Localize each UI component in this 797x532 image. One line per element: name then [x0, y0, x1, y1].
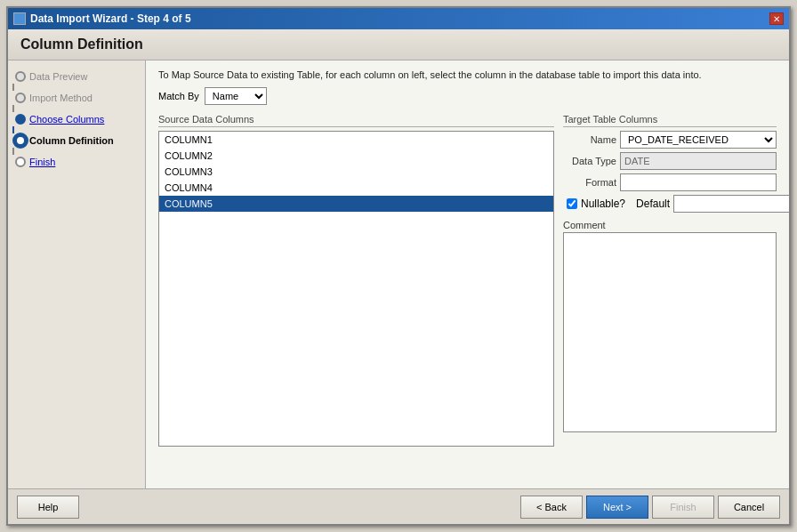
cancel-button[interactable]: Cancel [718, 496, 780, 519]
target-fields: Name PO_DATE_RECEIVED Data Type [563, 131, 777, 435]
comment-section: Comment [563, 220, 777, 435]
match-by-label: Match By [158, 91, 199, 101]
connector4 [12, 148, 14, 155]
list-item-selected[interactable]: COLUMN5 [159, 196, 553, 212]
source-section: Source Data Columns COLUMN1 COLUMN2 COLU… [158, 114, 554, 447]
nav-buttons: < Back Next > Finish Cancel [520, 496, 780, 519]
app-icon [13, 12, 26, 25]
main-content: To Map Source Data to existing Table, fo… [146, 60, 789, 488]
step-circle-choose-columns [15, 114, 26, 125]
content-area: Data Preview Import Method Choose Column… [8, 60, 789, 488]
step-circle-import-method [15, 93, 26, 103]
match-by-select[interactable]: Name Position [205, 87, 267, 105]
wizard-window: Data Import Wizard - Step 4 of 5 ✕ Colum… [6, 6, 791, 526]
name-select[interactable]: PO_DATE_RECEIVED [620, 131, 777, 149]
sidebar: Data Preview Import Method Choose Column… [8, 60, 146, 488]
comment-textarea[interactable] [563, 232, 777, 432]
finish-button[interactable]: Finish [652, 496, 714, 519]
data-type-field-row: Data Type [563, 152, 777, 170]
connector2 [12, 105, 14, 112]
data-type-label: Data Type [563, 156, 616, 166]
page-title: Column Definition [20, 36, 777, 52]
nullable-field-row: Nullable? Default [563, 195, 777, 213]
default-label: Default [636, 197, 670, 210]
columns-area: Source Data Columns COLUMN1 COLUMN2 COLU… [158, 114, 777, 447]
target-section: Target Table Columns Name PO_DATE_RECEIV… [563, 114, 777, 447]
sidebar-item-finish[interactable]: Finish [29, 157, 55, 167]
step-circle-data-preview [15, 71, 26, 82]
comment-label: Comment [563, 220, 777, 230]
list-item[interactable]: COLUMN1 [159, 132, 553, 148]
connector1 [12, 84, 14, 91]
close-button[interactable]: ✕ [769, 12, 784, 25]
sidebar-item-data-preview: Data Preview [29, 71, 87, 82]
bottom-bar: Help < Back Next > Finish Cancel [8, 488, 789, 524]
nullable-text: Nullable? [581, 197, 625, 210]
data-type-input [620, 152, 777, 170]
help-button[interactable]: Help [17, 496, 79, 519]
nullable-checkbox[interactable] [567, 198, 577, 209]
sidebar-item-choose-columns[interactable]: Choose Columns [29, 114, 104, 125]
sidebar-item-import-method: Import Method [29, 93, 93, 103]
step-circle-column-definition [15, 135, 26, 146]
step-circle-finish [15, 157, 26, 167]
page-title-bar: Column Definition [8, 29, 789, 60]
format-input[interactable] [620, 173, 777, 191]
sidebar-item-column-definition: Column Definition [29, 135, 114, 146]
format-field-row: Format [563, 173, 777, 191]
list-item[interactable]: COLUMN2 [159, 148, 553, 164]
list-item[interactable]: COLUMN4 [159, 180, 553, 196]
next-button[interactable]: Next > [586, 496, 648, 519]
window-title: Data Import Wizard - Step 4 of 5 [30, 12, 191, 25]
back-button[interactable]: < Back [520, 496, 583, 519]
match-by-row: Match By Name Position [158, 87, 777, 105]
default-input[interactable] [673, 195, 789, 213]
target-section-label: Target Table Columns [563, 114, 777, 127]
name-field-row: Name PO_DATE_RECEIVED [563, 131, 777, 149]
description-text: To Map Source Data to existing Table, fo… [158, 69, 777, 80]
list-item[interactable]: COLUMN3 [159, 164, 553, 180]
source-section-label: Source Data Columns [158, 114, 554, 127]
format-label: Format [563, 177, 616, 188]
name-label: Name [563, 134, 616, 145]
connector3 [12, 126, 14, 133]
title-bar: Data Import Wizard - Step 4 of 5 ✕ [8, 8, 789, 29]
source-list-container[interactable]: COLUMN1 COLUMN2 COLUMN3 COLUMN4 COLUMN5 [158, 131, 554, 447]
